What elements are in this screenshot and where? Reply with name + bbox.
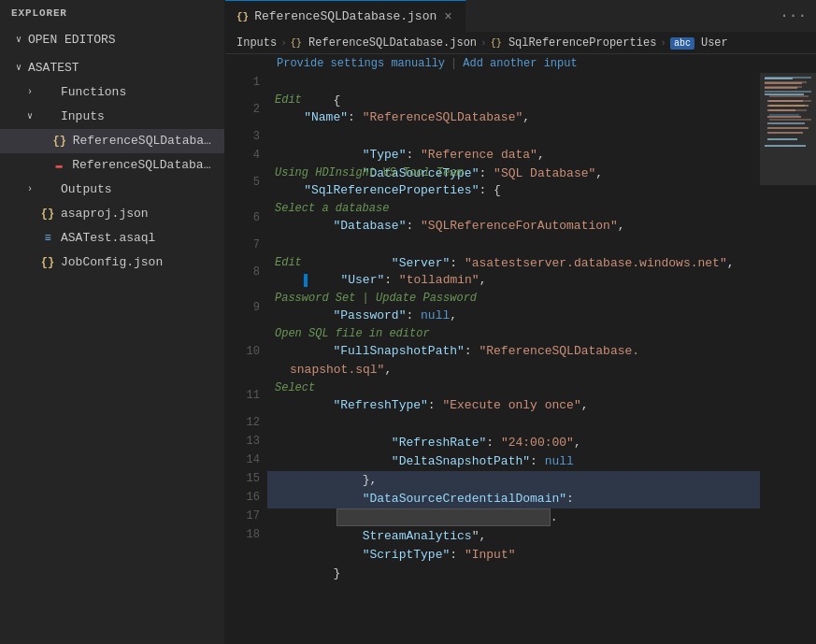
code-line-12: "RefreshRate": "24:00:00", [267, 415, 760, 434]
code-line-11: Select "RefreshType": "Execute only once… [267, 379, 760, 415]
line-10: 10 [225, 325, 260, 378]
open-editors-arrow: ∨ [11, 30, 26, 50]
sidebar-item-ref-json[interactable]: › {} ReferenceSQLDatabase.json [0, 129, 224, 153]
line-2: 2 [225, 92, 260, 127]
code-line-3: "Type": "Reference data", [267, 127, 760, 146]
line-18: 18 [225, 525, 260, 544]
outputs-arrow: › [22, 179, 37, 200]
tab-label: ReferenceSQLDatabase.json [254, 9, 437, 23]
asaql-label: ASATest.asaql [61, 228, 155, 249]
snap-icon: ▬ [50, 157, 67, 174]
asatest-label: ASATEST [28, 58, 79, 79]
breadcrumb-user[interactable]: abc [670, 37, 694, 50]
sidebar-item-asaproj[interactable]: › {} asaproj.json [0, 202, 224, 226]
folder-outputs-icon [39, 181, 56, 198]
code-line-2: Edit "Name": "ReferenceSQLDatabase", [267, 92, 760, 127]
sidebar-item-asaql[interactable]: › ≡ ASATest.asaql [0, 226, 224, 250]
tab-close-button[interactable]: × [442, 9, 453, 24]
minimap-canvas [760, 73, 816, 391]
sidebar-item-functions[interactable]: › Functions [0, 80, 224, 105]
line-numbers: 1 2 3 4 5 6 7 8 9 10 11 12 13 14 15 16 1… [225, 73, 267, 644]
sidebar: EXPLORER ∨ OPEN EDITORS ∨ ASATEST › Func… [0, 0, 225, 644]
functions-arrow: › [22, 82, 37, 103]
jobconfig-icon: {} [39, 254, 56, 271]
open-editors-toggle[interactable]: ∨ OPEN EDITORS [0, 28, 224, 52]
ref-sn-label: ReferenceSQLDatabase.sn... [72, 155, 217, 176]
line-11: 11 [225, 378, 260, 413]
code-editor[interactable]: { Edit "Name": "ReferenceSQLDatabase", "… [267, 73, 760, 644]
open-editors-label: OPEN EDITORS [28, 30, 116, 50]
line-4: 4 [225, 146, 260, 165]
line-12: 12 [225, 413, 260, 432]
line-6: 6 [225, 200, 260, 236]
add-input-link[interactable]: Add another input [463, 57, 577, 70]
line-1: 1 [225, 73, 260, 92]
editor-tab[interactable]: {} ReferenceSQLDatabase.json × [225, 0, 466, 33]
breadcrumb-json-file[interactable]: {} ReferenceSQLDatabase.json [291, 36, 477, 50]
breadcrumb-sep-3: › [660, 37, 666, 49]
breadcrumb-sep-2: › [480, 37, 487, 49]
tab-bar: {} ReferenceSQLDatabase.json × ··· [225, 0, 816, 33]
ref-json-label: ReferenceSQLDatabase.json [73, 131, 217, 151]
code-line-10: Open SQL file in editor "FullSnapshotPat… [267, 325, 760, 379]
code-line-1: { [267, 73, 760, 92]
line-17: 17 [225, 507, 260, 525]
editor-area: {} ReferenceSQLDatabase.json × ··· Input… [225, 0, 816, 644]
asaproj-label: asaproj.json [61, 204, 149, 224]
edit-actions-bar: Provide settings manually | Add another … [225, 54, 816, 73]
jobconfig-label: JobConfig.json [61, 252, 163, 273]
code-line-6: Select a database "Database": "SQLRefere… [267, 200, 760, 236]
folder-open-icon [39, 108, 56, 125]
asatest-arrow: ∨ [11, 58, 26, 79]
inputs-arrow: ∨ [22, 107, 37, 127]
breadcrumb-sep-1: › [280, 37, 287, 49]
code-line-7: "Server": "asatestserver.database.window… [267, 236, 760, 254]
action-separator: | [451, 57, 457, 70]
sidebar-item-jobconfig[interactable]: › {} JobConfig.json [0, 250, 224, 275]
code-line-9: Password Set | Update Password "Password… [267, 290, 760, 325]
functions-label: Functions [61, 82, 126, 103]
asaproj-icon: {} [39, 206, 56, 222]
folder-icon [39, 84, 56, 101]
asatest-toggle[interactable]: ∨ ASATEST [0, 56, 224, 80]
line-9: 9 [225, 290, 260, 325]
minimap [760, 73, 816, 644]
line-14: 14 [225, 451, 260, 469]
outputs-label: Outputs [61, 179, 112, 200]
line-15: 15 [225, 469, 260, 488]
breadcrumb: Inputs › {} ReferenceSQLDatabase.json › … [225, 33, 816, 54]
asaql-icon: ≡ [39, 230, 56, 247]
sidebar-item-ref-sn[interactable]: › ▬ ReferenceSQLDatabase.sn... [0, 153, 224, 178]
asatest-section: ∨ ASATEST › Functions ∨ Inputs › {} Refe… [0, 54, 224, 277]
tab-json-icon: {} [236, 11, 249, 22]
line-13: 13 [225, 432, 260, 451]
line-3: 3 [225, 127, 260, 146]
open-editors-section: ∨ OPEN EDITORS [0, 26, 224, 54]
sidebar-item-inputs[interactable]: ∨ Inputs [0, 105, 224, 129]
line-8: 8 [225, 254, 260, 290]
json-icon: {} [51, 133, 68, 150]
sidebar-item-outputs[interactable]: › Outputs [0, 178, 224, 202]
svg-rect-14 [760, 73, 816, 185]
line-5: 5 [225, 165, 260, 200]
breadcrumb-inputs[interactable]: Inputs [236, 36, 277, 50]
line-7: 7 [225, 236, 260, 254]
tab-more-button[interactable]: ··· [770, 7, 816, 24]
breadcrumb-user-text: User [701, 36, 728, 50]
code-line-8: Edit "User": "tolladmin", [267, 254, 760, 290]
explorer-header: EXPLORER [0, 0, 224, 26]
editor-content: 1 2 3 4 5 6 7 8 9 10 11 12 13 14 15 16 1… [225, 73, 816, 644]
inputs-label: Inputs [61, 107, 105, 127]
provide-settings-link[interactable]: Provide settings manually [277, 57, 445, 70]
line-16: 16 [225, 488, 260, 507]
breadcrumb-sql-props[interactable]: {} SqlReferenceProperties [491, 36, 657, 50]
